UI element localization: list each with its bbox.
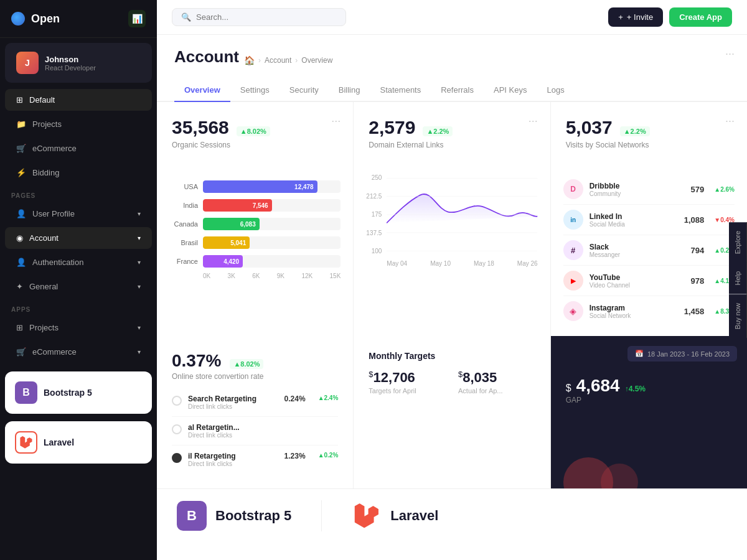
sidebar-item-ecommerce[interactable]: 🛒 eCommerce <box>5 138 152 159</box>
logo-dot-icon <box>11 12 25 26</box>
page-content: Account 🏠 › Account › Overview Overview … <box>157 35 747 560</box>
sidebar-item-general[interactable]: ✦ General ▾ <box>5 276 152 297</box>
conversion-rate: 0.37% <box>172 351 221 371</box>
sidebar-item-projects-app[interactable]: ⊞ Projects ▾ <box>5 317 152 338</box>
person-icon: 👤 <box>16 209 26 218</box>
search-icon: 🔍 <box>181 12 191 22</box>
social-name: Slack <box>590 243 685 251</box>
cart2-icon: 🛒 <box>16 347 26 357</box>
stat-organic-sessions: 35,568 ▲8.02% Organic Sessions ··· <box>157 102 353 164</box>
stat-number: 5,037 <box>566 117 613 138</box>
target-sub: Targets for April <box>369 387 446 394</box>
tab-logs[interactable]: Logs <box>537 79 574 102</box>
sidebar-item-user-profile[interactable]: 👤 User Profile ▾ <box>5 203 152 225</box>
user-info: Johnson React Developer <box>45 55 141 72</box>
create-app-button[interactable]: Create App <box>669 7 732 27</box>
monthly-targets-title: Monthly Targets <box>369 351 535 361</box>
bar-label: France <box>169 258 198 265</box>
stat-label: Visits by Social Networks <box>566 141 732 149</box>
bar-row-france: France 4,420 <box>169 255 341 268</box>
invite-button[interactable]: + + Invite <box>608 7 663 27</box>
explore-button[interactable]: Explore <box>729 222 747 263</box>
auth-icon: 👤 <box>16 258 26 267</box>
page-header: Account 🏠 › Account › Overview <box>157 35 747 79</box>
sidebar-item-label: eCommerce <box>32 144 77 153</box>
social-row-linkedin: in Linked In Social Media 1,088 ▼0.4% <box>563 205 735 235</box>
stat-domain-links: 2,579 ▲2.2% Domain External Links ··· <box>354 102 550 164</box>
home-icon: 🏠 <box>244 55 255 65</box>
bootstrap-label: Bootstrap 5 <box>44 388 92 398</box>
stat-badge: ▲2.2% <box>423 126 453 136</box>
chevron-down-icon: ▾ <box>138 235 141 241</box>
stat-badge: ▲2.2% <box>620 126 650 136</box>
laravel-icon <box>15 431 37 454</box>
sidebar-item-label: Bidding <box>32 168 59 177</box>
bar-fill: 6,083 <box>203 218 260 230</box>
tab-billing[interactable]: Billing <box>329 79 370 102</box>
grid-icon: ⊞ <box>16 95 23 105</box>
bar-axis: 0K 3K 6K 9K 12K 15K <box>169 273 341 279</box>
social-row-youtube: ▶ YouTube Video Channel 978 ▲4.1% <box>563 266 735 296</box>
sidebar-item-account[interactable]: ◉ Account ▾ <box>5 227 152 249</box>
more-options-button[interactable]: ··· <box>725 47 735 60</box>
search-input[interactable] <box>196 12 337 22</box>
bar-fill: 4,420 <box>203 255 243 268</box>
social-name: Instagram <box>590 304 678 312</box>
create-app-label: Create App <box>679 12 722 22</box>
dribbble-icon: D <box>563 179 583 199</box>
user-name: Johnson <box>45 55 141 64</box>
breadcrumb-account[interactable]: Account <box>265 56 291 65</box>
sidebar-item-label: Account <box>29 233 59 243</box>
sidebar-item-authentication[interactable]: 👤 Authentication ▾ <box>5 251 152 273</box>
sidebar-item-ecommerce-app[interactable]: 🛒 eCommerce ▾ <box>5 341 152 363</box>
chart-icon[interactable]: 📊 <box>128 10 146 27</box>
chevron-down-icon: ▾ <box>138 259 141 266</box>
tab-api-keys[interactable]: API Keys <box>484 79 537 102</box>
bar-label: Brasil <box>169 239 198 246</box>
target-item-1: $12,706 Targets for April <box>369 370 446 394</box>
more-options-button[interactable]: ··· <box>529 114 538 128</box>
social-card: D Dribbble Community 579 ▲2.6% in Linked… <box>551 164 747 336</box>
sidebar-item-default[interactable]: ⊞ Default <box>5 89 152 111</box>
bar-label: Canada <box>169 220 198 228</box>
sidebar-item-label: User Profile <box>32 209 75 218</box>
sidebar-item-projects[interactable]: 📁 Projects <box>5 113 152 135</box>
search-box[interactable]: 🔍 <box>172 8 346 26</box>
buy-now-button[interactable]: Buy now <box>729 294 747 338</box>
tab-settings[interactable]: Settings <box>230 79 280 102</box>
sidebar-item-label: Default <box>29 95 55 105</box>
sidebar-item-label: Authentication <box>32 258 83 267</box>
bar-track: 12,478 <box>203 180 341 193</box>
app-name: Open <box>31 12 60 26</box>
target-sub: Actual for Ap... <box>458 387 535 394</box>
retargeting-change: ▲0.2% <box>318 452 339 459</box>
more-options-button[interactable]: ··· <box>725 114 735 128</box>
bar-chart-card: USA 12,478 India 7,546 Canada <box>157 164 353 336</box>
tab-statements[interactable]: Statements <box>370 79 431 102</box>
slack-icon: # <box>563 240 583 260</box>
tab-overview[interactable]: Overview <box>174 79 230 102</box>
bootstrap-brand: B Bootstrap 5 <box>177 501 291 531</box>
bar-track: 7,546 <box>203 199 341 212</box>
conversion-change: ▲8.02% <box>230 359 263 369</box>
social-name: YouTube <box>590 273 685 282</box>
retargeting-dot <box>172 424 182 434</box>
social-sub: Social Media <box>590 221 678 228</box>
line-chart-card: 250 212.5 175 137.5 100 <box>354 164 550 336</box>
tab-referrals[interactable]: Referrals <box>431 79 484 102</box>
sidebar-item-bidding[interactable]: ⚡ Bidding <box>5 162 152 184</box>
monthly-targets-card: Monthly Targets $12,706 Targets for Apri… <box>354 336 550 488</box>
side-buttons: Explore Help Buy now <box>729 222 747 338</box>
more-options-button[interactable]: ··· <box>331 114 341 128</box>
brands-overlay: B Bootstrap 5 Laravel <box>157 488 747 543</box>
social-name: Dribbble <box>590 182 685 190</box>
user-profile-summary[interactable]: J Johnson React Developer <box>5 43 152 83</box>
bolt-icon: ⚡ <box>16 168 26 177</box>
tab-security[interactable]: Security <box>280 79 329 102</box>
social-row-dribbble: D Dribbble Community 579 ▲2.6% <box>563 174 735 205</box>
help-button[interactable]: Help <box>729 263 747 294</box>
sidebar-item-label: eCommerce <box>32 347 77 357</box>
bootstrap-icon: B <box>15 381 37 404</box>
target-item-2: $8,035 Actual for Ap... <box>458 370 535 394</box>
cart-icon: 🛒 <box>16 144 26 153</box>
